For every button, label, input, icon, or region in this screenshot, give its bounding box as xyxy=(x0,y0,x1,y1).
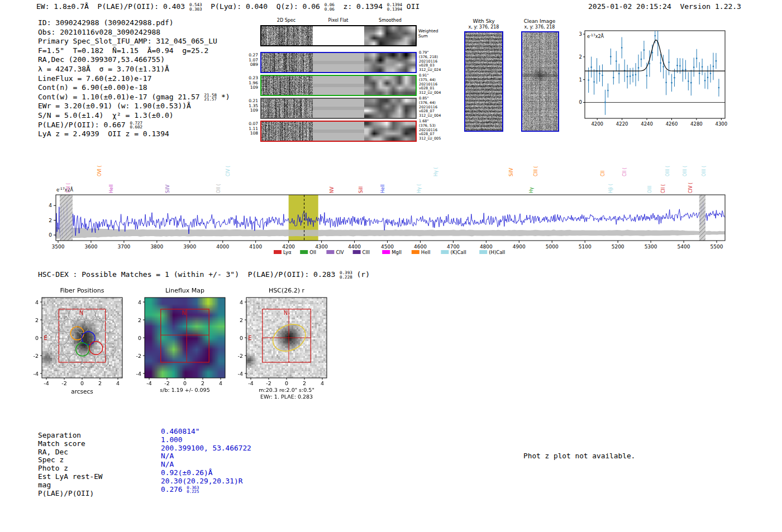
svg-text:CIII (: CIII ( xyxy=(66,183,71,193)
spec2d-row-image-0 xyxy=(261,26,416,45)
svg-text:2: 2 xyxy=(138,317,141,323)
hi-lo-interval: 0.3930.228 xyxy=(340,271,352,279)
match-row-label: Match score xyxy=(38,439,85,448)
svg-text:0: 0 xyxy=(240,335,243,341)
clean-image-coords: x, y: 376, 218 xyxy=(517,25,562,30)
svg-text:m:20.3 re:2.0" s:0.5": m:20.3 re:2.0" s:0.5" xyxy=(259,387,314,393)
hi-lo-interval: 0.5430.303 xyxy=(189,3,202,11)
svg-text:2: 2 xyxy=(49,218,52,223)
svg-text:Hγ (: Hγ ( xyxy=(433,167,438,176)
spec2d-row-leftlabel-3: 0.211.35109 xyxy=(245,99,258,113)
svg-text:Hγ: Hγ xyxy=(529,187,534,193)
match-row-3: Spec zN/A xyxy=(38,456,328,464)
svg-text:N: N xyxy=(182,310,186,316)
svg-text:-4: -4 xyxy=(238,371,243,377)
with-sky-image xyxy=(465,32,502,131)
match-row-value: N/A xyxy=(161,460,174,468)
svg-text:OIII (: OIII ( xyxy=(702,166,707,176)
spec2d-row-leftlabel-4: 0.071.11108 xyxy=(245,122,258,136)
spec2d-row-rightlabel-3: 0.85"(376, 44)20210116v028_07312_LU_004 xyxy=(419,97,441,118)
spec2d-row-box-0 xyxy=(260,25,417,46)
svg-text:1: 1 xyxy=(579,77,582,83)
svg-text:4240: 4240 xyxy=(641,121,653,127)
report-meta: 2025-01-02 20:15:24 Version 1.22.3 xyxy=(588,2,741,11)
match-row-value: 1.000 xyxy=(161,435,183,444)
svg-text:4800: 4800 xyxy=(480,244,493,250)
info-line-1: Obs: 20210116v028_3090242988 xyxy=(38,28,230,37)
svg-text:3500: 3500 xyxy=(52,244,65,250)
svg-text:CII (: CII ( xyxy=(622,167,627,176)
svg-text:NV: NV xyxy=(330,186,335,193)
svg-text:4: 4 xyxy=(321,380,324,386)
svg-text:0: 0 xyxy=(579,99,582,105)
svg-text:2: 2 xyxy=(579,54,582,60)
svg-text:e-17x2Å: e-17x2Å xyxy=(587,33,604,39)
svg-text:SiIV: SiIV xyxy=(165,184,170,193)
svg-text:4200: 4200 xyxy=(282,244,295,250)
svg-text:OIII (: OIII ( xyxy=(665,166,670,176)
svg-text:CIV (: CIV ( xyxy=(688,183,693,193)
svg-text:4200: 4200 xyxy=(591,121,603,127)
info-line-0: ID: 3090242988 (3090242988.pdf) xyxy=(38,18,230,28)
svg-text:3900: 3900 xyxy=(183,244,196,250)
spec2d-row-rightlabel-2: 0.91"(375, 44)20210116v028_01312_LU_004 xyxy=(419,74,441,95)
svg-text:4: 4 xyxy=(49,203,52,208)
info-line-6: LineFlux = 7.60(±2.10)e-17 xyxy=(38,74,230,84)
svg-text:4700: 4700 xyxy=(447,244,460,250)
svg-text:OII: OII xyxy=(309,250,316,255)
with-sky-title: With Sky xyxy=(461,18,506,24)
hi-lo-interval: 21.5821.57 xyxy=(204,93,217,101)
svg-text:3: 3 xyxy=(579,31,582,37)
svg-text:4: 4 xyxy=(138,299,141,305)
svg-text:(K)CaII: (K)CaII xyxy=(450,250,466,255)
clean-image xyxy=(522,32,558,131)
svg-text:5300: 5300 xyxy=(645,244,657,250)
svg-text:4: 4 xyxy=(219,380,222,386)
match-row-label: P(LAE)/P(OII) xyxy=(38,489,94,497)
photz-unavailable-note: Phot z plot not available. xyxy=(523,452,635,460)
hi-lo-interval: 0.13940.1394 xyxy=(387,3,402,11)
svg-text:CIII: CIII xyxy=(363,250,370,255)
svg-text:5000: 5000 xyxy=(546,244,559,250)
svg-text:HSC(26.2) r: HSC(26.2) r xyxy=(269,287,305,294)
svg-text:5100: 5100 xyxy=(579,244,592,250)
svg-text:CIV (: CIV ( xyxy=(226,166,231,176)
hi-lo-interval: 0.3630.225 xyxy=(187,486,199,493)
spec2d-row-rightlabel-1: 0.79"(376, 218)20210116v028_03312_LU_024 xyxy=(419,51,441,73)
svg-text:4: 4 xyxy=(116,380,120,386)
spec2d-row-box-1 xyxy=(260,52,417,73)
svg-text:4500: 4500 xyxy=(381,244,394,250)
info-line-5: λ = 4247.38Å σ = 3.70(±1.31)Å xyxy=(38,65,230,74)
svg-text:2: 2 xyxy=(98,380,102,386)
svg-text:4000: 4000 xyxy=(216,244,229,250)
svg-text:CII: CII xyxy=(600,171,605,176)
summary-header-line: EW: 1.8±0.7Å P(LAE)/P(OII): 0.403 0.5430… xyxy=(36,2,419,11)
info-line-4: RA,Dec (200.399307,53.466755) xyxy=(38,55,230,65)
svg-text:CIV: CIV xyxy=(336,250,344,255)
svg-text:4: 4 xyxy=(35,299,39,305)
svg-text:4100: 4100 xyxy=(249,244,262,250)
svg-text:0: 0 xyxy=(183,380,187,386)
match-row-label: Est LyA rest-EW xyxy=(38,472,103,481)
svg-text:EWr: 1. PLAE: 0.283: EWr: 1. PLAE: 0.283 xyxy=(260,394,313,400)
full-spectrum-plot: 3500360037003800390040004100420043004400… xyxy=(34,152,735,263)
fiber-positions-panel: Fiber Positions-4-4-2-2002244arcsecsNE xyxy=(22,282,142,402)
svg-text:5500: 5500 xyxy=(711,244,723,250)
spec2d-row-leftlabel-1: 0.271.07089 xyxy=(245,53,258,68)
svg-text:Hβ (: Hβ ( xyxy=(608,184,613,193)
match-row-label: mag xyxy=(38,481,51,489)
info-line-11: P(LAE)/P(OII): 0.667 0.7270.602 xyxy=(38,121,230,130)
svg-text:-4: -4 xyxy=(34,371,39,377)
svg-text:4220: 4220 xyxy=(616,121,628,127)
elixer-report-page: { "meta": { "timestamp": "2025-01-02 20:… xyxy=(0,0,782,532)
match-row-value: 20.30(20.29,20.31)R xyxy=(161,477,242,485)
svg-text:CIII (: CIII ( xyxy=(533,166,538,176)
svg-text:-2: -2 xyxy=(164,380,169,386)
svg-text:4600: 4600 xyxy=(414,244,427,250)
svg-text:E: E xyxy=(248,335,251,341)
svg-text:4400: 4400 xyxy=(348,244,361,250)
counterpart-match-table: Separation0.460814"Match score1.000RA, D… xyxy=(38,431,328,497)
spec2d-row-rightlabel-4: 1.68"(376, 53)20210116v028_07312_LU_005 xyxy=(419,119,441,141)
svg-text:-4: -4 xyxy=(136,371,141,377)
svg-text:3800: 3800 xyxy=(150,244,163,250)
